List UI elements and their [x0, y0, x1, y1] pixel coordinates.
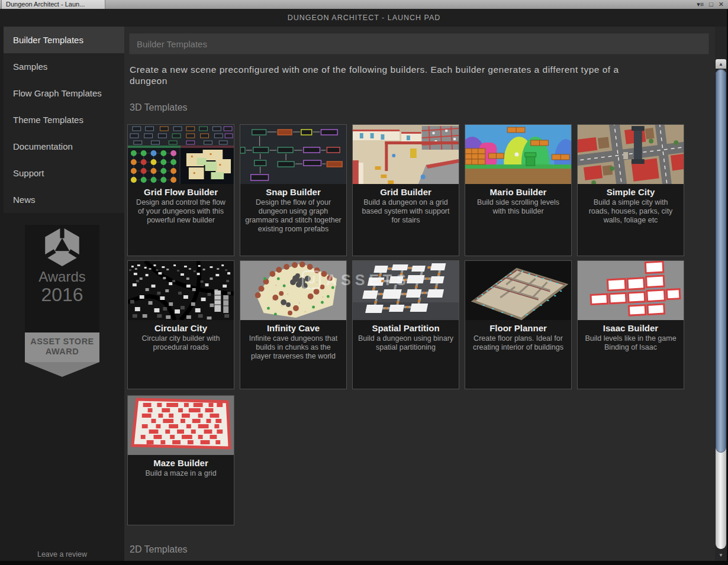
close-icon[interactable]: ✕ — [719, 0, 724, 9]
card-title: Maze Builder — [128, 458, 234, 468]
infinity-cave-thumbnail — [240, 261, 346, 320]
sidebar-item-support[interactable]: Support — [4, 160, 124, 186]
sidebar-nav: Builder Templates Samples Flow Graph Tem… — [4, 27, 124, 213]
award-badge-year: 2016 — [25, 285, 99, 305]
card-description: Design the flow of your dungeon using gr… — [240, 198, 346, 234]
maximize-icon[interactable]: □ — [709, 0, 713, 9]
window-bottom-edge — [0, 561, 728, 565]
card-description: Design and control the flow of your dung… — [128, 198, 234, 225]
grid-flow-builder-thumbnail — [128, 125, 234, 184]
simple-city-thumbnail — [578, 125, 684, 184]
card-title: Floor Planner — [465, 323, 571, 333]
card-description: Build a maze in a grid — [128, 469, 234, 478]
card-title: Snap Builder — [240, 187, 346, 197]
scrollbar: ▲ ▼ — [715, 27, 727, 561]
card-circular-city[interactable]: Circular City Circular city builder with… — [127, 260, 234, 389]
unity-logo-icon — [40, 225, 84, 269]
sidebar-item-builder-templates[interactable]: Builder Templates — [4, 27, 124, 53]
window-titlebar: Dungeon Architect - Laun... ▾≡ □ ✕ — [0, 0, 728, 9]
award-ribbon-line1: ASSET STORE — [25, 337, 99, 347]
card-description: Create floor plans. Ideal for creating i… — [465, 334, 571, 352]
card-isaac-builder[interactable]: Isaac Builder Build levels like in the g… — [577, 260, 684, 389]
scrollbar-track[interactable] — [716, 69, 726, 549]
card-title: Infinity Cave — [240, 323, 346, 333]
page-title: DUNGEON ARCHITECT - LAUNCH PAD — [0, 9, 728, 27]
sidebar-item-theme-templates[interactable]: Theme Templates — [4, 106, 124, 133]
card-description: Build a dungeon using binary spatial par… — [353, 334, 459, 352]
circular-city-thumbnail — [128, 261, 234, 320]
card-title: Simple City — [578, 187, 684, 197]
card-mario-builder[interactable]: Mario Builder Build side scrolling level… — [465, 124, 572, 256]
card-description: Circular city builder with procedural ro… — [128, 334, 234, 352]
intro-text: Create a new scene preconfigured with on… — [130, 64, 645, 86]
grid-builder-thumbnail — [353, 125, 459, 184]
unity-editor-window: Dungeon Architect - Laun... ▾≡ □ ✕ DUNGE… — [0, 0, 728, 565]
card-simple-city[interactable]: Simple City Build a simple city with roa… — [577, 124, 684, 256]
sidebar-item-samples[interactable]: Samples — [4, 53, 124, 80]
sidebar-item-flow-graph-templates[interactable]: Flow Graph Templates — [4, 80, 124, 106]
card-description: Build a simple city with roads, houses, … — [578, 198, 684, 225]
card-infinity-cave[interactable]: Infinity Cave Infinite cave dungeons tha… — [240, 260, 347, 389]
card-grid-flow-builder[interactable]: Grid Flow Builder Design and control the… — [127, 124, 234, 256]
card-title: Isaac Builder — [578, 323, 684, 333]
award-ribbon-line2: AWARD — [25, 347, 99, 357]
main-content: Create a new scene preconfigured with on… — [124, 27, 715, 561]
award-badge-ribbon: ASSET STORE AWARD — [25, 332, 99, 362]
card-title: Spatial Partition — [353, 323, 459, 333]
section-title-2d-templates: 2D Templates — [130, 544, 188, 555]
card-snap-builder[interactable]: Snap Builder Design the flow of your dun… — [240, 124, 347, 256]
isaac-builder-thumbnail — [578, 261, 684, 320]
scroll-up-icon[interactable]: ▲ — [716, 59, 726, 69]
unity-award-badge: Awards 2016 ASSET STORE AWARD — [25, 218, 99, 377]
card-title: Mario Builder — [465, 187, 571, 197]
card-title: Grid Flow Builder — [128, 187, 234, 197]
sidebar-item-news[interactable]: News — [4, 186, 124, 213]
card-description: Build a dungeon on a grid based system w… — [353, 198, 459, 225]
card-description: Build levels like in the game Binding of… — [578, 334, 684, 352]
sidebar-item-documentation[interactable]: Documentation — [4, 133, 124, 160]
maze-builder-thumbnail — [128, 396, 234, 455]
card-maze-builder[interactable]: Maze Builder Build a maze in a grid — [127, 395, 234, 525]
leave-review-link[interactable]: Leave a review — [0, 550, 124, 558]
window-tab[interactable]: Dungeon Architect - Laun... — [1, 0, 105, 9]
card-floor-planner[interactable]: Floor Planner Create floor plans. Ideal … — [465, 260, 572, 389]
mario-builder-thumbnail — [465, 125, 571, 184]
card-title: Grid Builder — [353, 187, 459, 197]
floor-planner-thumbnail — [465, 261, 571, 320]
sidebar: Builder Templates Samples Flow Graph Tem… — [0, 27, 124, 561]
card-spatial-partition[interactable]: Spatial Partition Build a dungeon using … — [352, 260, 459, 389]
snap-builder-thumbnail — [240, 125, 346, 184]
card-description: Infinite cave dungeons that builds in ch… — [240, 334, 346, 361]
scroll-down-icon[interactable]: ▼ — [716, 551, 726, 560]
builder-templates-filter-input[interactable] — [129, 33, 709, 54]
award-badge-plaque: Awards 2016 — [25, 225, 99, 332]
spatial-partition-thumbnail — [353, 261, 459, 320]
card-description: Build side scrolling levels with this bu… — [465, 198, 571, 216]
award-badge-awards-text: Awards — [25, 269, 99, 285]
award-badge-point — [25, 362, 99, 377]
scrollbar-thumb[interactable] — [716, 69, 726, 453]
section-title-3d-templates: 3D Templates — [130, 102, 188, 113]
card-title: Circular City — [128, 323, 234, 333]
card-grid-builder[interactable]: Grid Builder Build a dungeon on a grid b… — [352, 124, 459, 256]
window-menu-icon[interactable]: ▾≡ — [697, 0, 704, 9]
